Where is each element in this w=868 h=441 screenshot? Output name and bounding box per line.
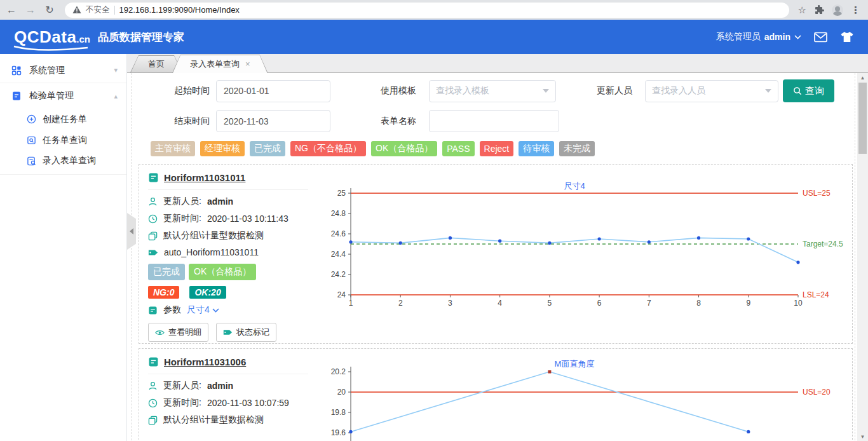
svg-text:USL=20: USL=20: [803, 388, 831, 397]
sidebar-item-label: 检验单管理: [29, 90, 74, 102]
app-logo[interactable]: QCData.cn: [14, 27, 90, 47]
main-area: 首页 录入表单查询 × 起始时间 使用模板: [127, 54, 868, 441]
svg-text:24.8: 24.8: [331, 209, 346, 218]
view-detail-button[interactable]: 查看明细: [148, 323, 208, 342]
time-value: 2020-11-03 10:11:43: [207, 214, 288, 224]
updater-placeholder: 查找录入人员: [652, 85, 765, 97]
search-button[interactable]: 查询: [783, 79, 834, 102]
form-result-card: Horiform11031011 更新人员: admin: [139, 164, 853, 344]
svg-text:19.8: 19.8: [331, 408, 346, 417]
filter-row-1: 起始时间 使用模板 查找录入模板 更新人员 查找录入人员: [139, 79, 853, 102]
status-mark-label: 状态标记: [236, 327, 269, 338]
svg-text:24: 24: [337, 290, 346, 299]
form-name-input[interactable]: [429, 110, 559, 132]
sidebar-item-task-query[interactable]: 任务单查询: [0, 130, 126, 151]
address-bar[interactable]: 不安全 192.168.1.199:9090/Home/Index: [65, 3, 789, 18]
time-label: 更新时间:: [163, 213, 201, 224]
form-name-label: 表单名称: [353, 116, 416, 127]
updater-row: 更新人员: admin: [148, 196, 312, 207]
extensions-puzzle-icon[interactable]: [814, 5, 824, 15]
spc-chart-m-face: M面直角度20.22019.819.6USL=20: [318, 350, 852, 441]
svg-text:1: 1: [349, 299, 353, 308]
tab-close-icon[interactable]: ×: [245, 59, 250, 69]
sidebar-collapse-handle[interactable]: [127, 213, 136, 250]
chart-area: M面直角度20.22019.819.6USL=20: [312, 349, 852, 441]
status-mark-button[interactable]: 状态标记: [216, 323, 276, 342]
scroll-up-icon[interactable]: ▲: [857, 73, 868, 82]
reload-icon[interactable]: ↻: [43, 4, 56, 16]
param-value: 尺寸4: [187, 304, 210, 316]
task-search-icon: [27, 135, 36, 145]
time-label: 更新时间:: [163, 397, 201, 409]
filter-row-2: 结束时间 表单名称: [139, 110, 853, 132]
app-body: 系统管理 ▾ 检验单管理 ▴ 创建任务单: [0, 54, 868, 441]
omnibox-divider: [114, 6, 115, 15]
tab-bar: 首页 录入表单查询 ×: [127, 54, 868, 73]
back-icon[interactable]: ←: [5, 4, 18, 16]
updater-value: admin: [207, 381, 233, 391]
mail-icon[interactable]: [814, 32, 827, 43]
status-legend: 主管审核 经理审核 已完成 NG（不合格品） OK（合格品） PASS Reje…: [151, 141, 853, 156]
eye-icon: [155, 329, 165, 336]
browser-profile-avatar[interactable]: [832, 4, 843, 16]
screen: ← → ↻ 不安全 192.168.1.199:9090/Home/Index …: [0, 0, 868, 441]
chevron-down-icon: ▾: [114, 66, 118, 74]
bookmark-star-icon[interactable]: ☆: [798, 4, 806, 16]
sidebar-item-label: 创建任务单: [43, 114, 87, 125]
count-badges: NG:0 OK:20: [148, 286, 312, 299]
param-selector[interactable]: 尺寸4: [187, 304, 219, 316]
card-title-row: Horiform11031006: [148, 356, 308, 374]
group-row: 默认分组\计量型数据检测: [148, 414, 312, 426]
forward-icon[interactable]: →: [24, 4, 37, 16]
auto-tag-row: auto_Horiform11031011: [148, 247, 312, 257]
svg-text:4: 4: [498, 299, 502, 308]
card-info-column: Horiform11031011 更新人员: admin: [139, 165, 312, 343]
sidebar-item-system-management[interactable]: 系统管理 ▾: [0, 58, 126, 83]
scrollbar-thumb[interactable]: [858, 83, 867, 154]
warning-icon: [72, 6, 81, 14]
form-search-icon: [27, 156, 36, 166]
group-path: 默认分组\计量型数据检测: [163, 230, 264, 241]
sidebar-item-create-task[interactable]: 创建任务单: [0, 109, 126, 130]
select-caret-icon: [765, 89, 771, 93]
end-time-input[interactable]: [216, 110, 330, 132]
user-menu[interactable]: 系统管理员 admin: [716, 31, 801, 43]
chevron-down-icon: [794, 35, 801, 39]
tag-icon: [223, 329, 233, 336]
chevron-up-icon: ▴: [114, 92, 118, 100]
template-select[interactable]: 查找录入模板: [429, 80, 556, 102]
svg-text:20.2: 20.2: [331, 367, 346, 376]
form-title-link[interactable]: Horiform11031011: [164, 172, 245, 183]
shirt-icon[interactable]: [840, 31, 854, 43]
status-badge: 未完成: [559, 141, 595, 156]
group-path: 默认分组\计量型数据检测: [163, 414, 264, 426]
document-icon: [11, 91, 22, 101]
spc-chart-size4: 尺寸42524.824.624.424.22412345678910USL=25…: [318, 170, 852, 313]
svg-text:20: 20: [337, 388, 346, 397]
param-row: 参数 尺寸4: [148, 304, 312, 316]
chart-area: 尺寸42524.824.624.424.22412345678910USL=25…: [312, 165, 852, 343]
header-right: 系统管理员 admin: [716, 31, 854, 43]
scroll-down-icon[interactable]: ▼: [857, 432, 868, 441]
sidebar-item-inspection-management[interactable]: 检验单管理 ▴: [0, 83, 126, 109]
tab-form-query[interactable]: 录入表单查询 ×: [172, 55, 268, 73]
search-icon: [793, 86, 803, 96]
status-badge: Reject: [480, 141, 514, 156]
updater-label: 更新人员: [569, 85, 632, 97]
url-text: 192.168.1.199:9090/Home/Index: [119, 5, 240, 15]
updater-select[interactable]: 查找录入人员: [645, 80, 778, 102]
vertical-scrollbar[interactable]: ▲ ▼: [857, 73, 868, 441]
svg-text:Target=24.5: Target=24.5: [803, 240, 843, 248]
svg-text:9: 9: [746, 299, 750, 308]
status-badge: OK（合格品）: [371, 141, 437, 156]
template-label: 使用模板: [353, 85, 416, 97]
tab-label: 录入表单查询: [190, 58, 240, 70]
form-title-link[interactable]: Horiform11031006: [164, 356, 246, 367]
sidebar-item-form-query[interactable]: 录入表单查询: [0, 151, 126, 175]
status-badge: PASS: [442, 141, 474, 156]
svg-text:19.6: 19.6: [331, 428, 346, 437]
browser-menu-icon[interactable]: ⋮: [851, 4, 860, 16]
start-time-input[interactable]: [216, 80, 330, 102]
svg-text:6: 6: [597, 299, 602, 308]
browser-chrome: ← → ↻ 不安全 192.168.1.199:9090/Home/Index …: [0, 0, 868, 20]
